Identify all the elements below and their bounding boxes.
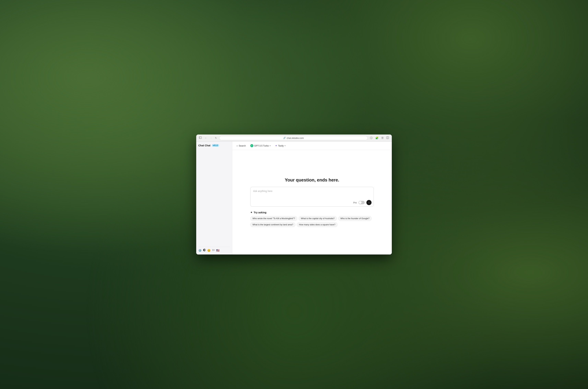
top-bar: + Search ✦ GPT-3.5 Turbo ▾ ✦ Tavily ▾ <box>232 142 392 150</box>
sidebar-toggle-button[interactable] <box>198 136 202 140</box>
back-button[interactable]: ← <box>204 136 208 140</box>
model-label: GPT-3.5 Turbo <box>254 144 269 147</box>
input-footer: Pro ↑ <box>251 199 374 206</box>
reader-button[interactable]: ☰ <box>380 136 384 140</box>
browser-titlebar: ← → ↻ 🔗 chat.okisdev.com ⓘ 🧩 ☰ <box>196 134 392 141</box>
sidebar-spacer <box>198 150 230 247</box>
url-lock-icon: 🔗 <box>283 137 286 139</box>
try-asking-section: ✦ Try asking Who wrote the novel "To Kil… <box>250 211 374 227</box>
suggestion-chip[interactable]: What is the capital city of Australia? <box>299 216 337 221</box>
theme-icon[interactable] <box>203 249 206 252</box>
chat-area: Your question, ends here. Pro ↑ ✦ <box>232 150 392 255</box>
url-bar[interactable]: 🔗 chat.okisdev.com <box>219 136 368 140</box>
plus-icon: + <box>236 144 238 147</box>
suggestion-chip[interactable]: Who is the founder of Google? <box>338 216 372 221</box>
model-selector-button[interactable]: ✦ GPT-3.5 Turbo ▾ <box>249 143 272 148</box>
emoji-icon[interactable]: 😊 <box>207 249 211 252</box>
svg-rect-0 <box>199 137 202 139</box>
translate-icon[interactable]: 文A <box>212 249 215 252</box>
search-label: Search <box>239 144 246 147</box>
browser-controls: ← → ↻ <box>204 136 218 140</box>
forward-button[interactable]: → <box>209 136 213 140</box>
tavily-chevron-icon: ▾ <box>285 145 286 147</box>
info-button[interactable]: ⓘ <box>369 136 373 140</box>
try-asking-header: ✦ Try asking <box>250 211 374 214</box>
model-chevron-icon: ▾ <box>270 145 271 147</box>
suggestion-chip[interactable]: How many sides does a square have? <box>297 222 337 227</box>
app-title: Chat Chat <box>198 144 211 147</box>
main-heading: Your question, ends here. <box>285 177 339 183</box>
suggestion-chip[interactable]: Who wrote the novel "To Kill a Mockingbi… <box>250 216 297 221</box>
tavily-selector-button[interactable]: ✦ Tavily ▾ <box>274 143 287 148</box>
sidebar: Chat Chat v0.1.2 ⚙️ 😊 文A <box>196 142 232 255</box>
tavily-sparkle-icon: ✦ <box>275 144 277 147</box>
gpt-icon: ✦ <box>250 144 253 147</box>
split-view-button[interactable] <box>385 136 390 140</box>
new-search-button[interactable]: + Search <box>235 143 247 148</box>
pro-label: Pro <box>353 201 357 204</box>
svg-text:文A: 文A <box>212 249 215 251</box>
chat-input[interactable] <box>251 187 374 198</box>
tavily-label: Tavily <box>278 144 284 147</box>
suggestion-chip[interactable]: What is the largest continent by land ar… <box>250 222 295 227</box>
version-badge: v0.1.2 <box>212 144 219 147</box>
sidebar-footer: ⚙️ 😊 文A 🇺🇸 <box>198 247 230 252</box>
sparkle-icon: ✦ <box>250 211 253 214</box>
browser-window: ← → ↻ 🔗 chat.okisdev.com ⓘ 🧩 ☰ <box>196 134 392 255</box>
sidebar-header: Chat Chat v0.1.2 <box>198 144 230 147</box>
browser-actions: ⓘ 🧩 ☰ <box>369 136 390 140</box>
url-text: chat.okisdev.com <box>287 137 304 139</box>
pro-toggle[interactable] <box>359 201 365 204</box>
app-content: Chat Chat v0.1.2 ⚙️ 😊 文A <box>196 142 392 255</box>
suggestion-chips: Who wrote the novel "To Kill a Mockingbi… <box>250 216 374 227</box>
flag-icon[interactable]: 🇺🇸 <box>216 249 220 252</box>
submit-button[interactable]: ↑ <box>367 200 371 205</box>
try-asking-title: Try asking <box>254 211 266 214</box>
extension-button[interactable]: 🧩 <box>374 136 379 140</box>
input-container: Pro ↑ <box>250 187 374 207</box>
browser-chrome: ← → ↻ 🔗 chat.okisdev.com ⓘ 🧩 ☰ <box>196 134 392 142</box>
main-area: + Search ✦ GPT-3.5 Turbo ▾ ✦ Tavily ▾ Yo… <box>232 142 392 255</box>
submit-arrow-icon: ↑ <box>368 201 370 204</box>
settings-icon[interactable]: ⚙️ <box>198 249 202 252</box>
refresh-button[interactable]: ↻ <box>214 136 218 140</box>
